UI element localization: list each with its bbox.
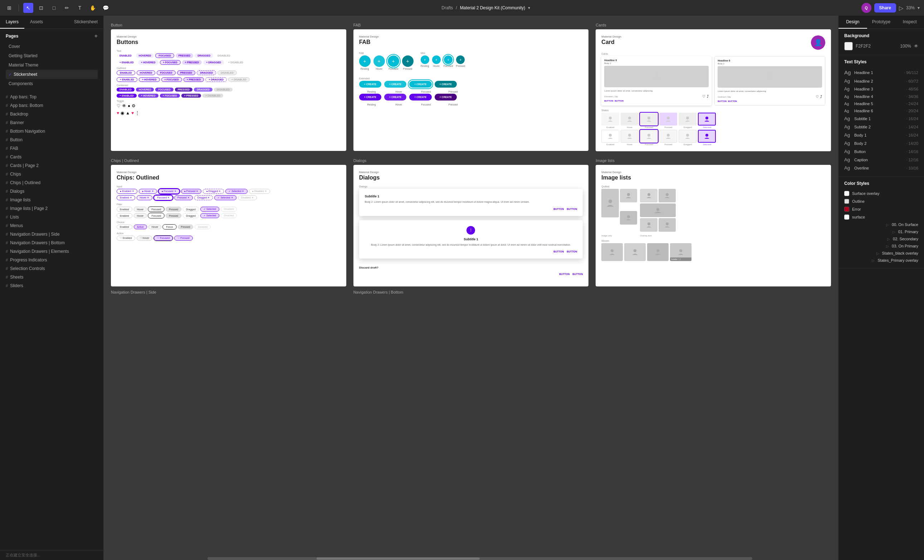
layer-image-lists-page2[interactable]: #Image lists | Page 2 [0,204,104,213]
chip-filter-pre2[interactable]: Pressed [166,213,182,218]
toggle-settings[interactable]: ⚙ [132,103,136,108]
bg-color-swatch[interactable] [844,42,853,51]
chip-filter-foc2[interactable]: Focused [148,213,164,218]
chip-filter-hov2[interactable]: Hover [134,213,147,218]
page-item-material-theme[interactable]: Material Theme [6,60,98,70]
chip-input-hover[interactable]: ● Hover ✕ [139,189,157,194]
page-item-getting-started[interactable]: Getting Started [6,51,98,60]
hand-tool[interactable]: ✋ [88,3,98,13]
layer-selection-controls[interactable]: #Selection Controls [0,264,104,273]
card-share-icon-2[interactable]: ⤴ [820,95,822,99]
ts-overline[interactable]: Ag Overline · 10/16 [844,164,918,172]
h-scrollbar-track[interactable] [207,557,752,560]
btn-hovered[interactable]: HOVERED [136,53,154,58]
chip-input-foc2[interactable]: Focused ✕ [154,195,173,200]
btn-out-icon-pre[interactable]: + PRESSED [183,77,204,82]
chip-filter-dis2[interactable]: Disabled [221,213,237,218]
chip-action-pressed[interactable]: ♡ Pressed [174,236,193,241]
chip-choice-enabled[interactable]: Enabled [117,225,132,229]
layer-sheets[interactable]: #Sheets [0,273,104,281]
frame-chips[interactable]: Material Design Chips: Outlined Input ● … [111,165,346,286]
breadcrumb-drafts[interactable]: Drafts [441,5,453,10]
ext-fab-teal-create3[interactable]: + CREATE [409,81,431,88]
card-fav-icon-2[interactable]: ♡ [816,95,819,99]
dialog-1-btn2[interactable]: BUTTON [567,208,577,210]
chip-filter-pressed[interactable]: Pressed [166,207,182,212]
dialog-2-btn1[interactable]: BUTTON [554,250,564,253]
dialog-1-btn1[interactable]: BUTTON [554,208,564,210]
zoom-dropdown[interactable]: ▾ [918,5,920,10]
right-tab-inspect[interactable]: Inspect [896,16,924,28]
chip-choice-disabled[interactable]: Disabled [195,225,211,229]
fab-pressed[interactable]: + [402,55,414,67]
ext-fab-teal-create4[interactable]: + CREATE [435,81,457,88]
layer-cards-page2[interactable]: #Cards | Page 2 [0,161,104,170]
ts-subtitle1[interactable]: Ag Subtitle 1 · 16/24 [844,114,918,123]
mini-pressed[interactable]: + [456,55,465,64]
btn-con-focused[interactable]: FOCUSED [155,88,173,91]
ts-body1[interactable]: Ag Body 1 · 16/24 [844,131,918,139]
add-page-button[interactable]: + [94,33,98,39]
layer-nav-drawers-bottom[interactable]: #Navigation Drawers | Bottom [0,238,104,247]
comment-tool[interactable]: 💬 [100,3,111,13]
ts-headline6[interactable]: Ag Headline 6 · 20/24 [844,107,918,114]
mini-resting[interactable]: + [421,55,429,64]
chip-input-hov2[interactable]: Hover ✕ [136,195,153,200]
page-item-stickersheet[interactable]: ✓ Stickersheet [6,70,98,79]
btn-out-pressed[interactable]: PRESSED [177,70,195,75]
dialog-discard-btn1[interactable]: BUTTON [559,273,570,276]
chip-choice-active[interactable]: Active [134,225,147,229]
layer-chips[interactable]: #Chips [0,170,104,178]
chip-action-focused[interactable]: ♡ Focused [154,236,173,241]
right-tab-design[interactable]: Design [838,16,867,28]
ts-headline4[interactable]: Ag Headline 4 · 34/36 [844,93,918,100]
chip-choice-focused[interactable]: Focus [163,225,176,229]
btn-out-dragged[interactable]: DRAGGED [197,70,216,75]
toggle-fav[interactable]: ♥ [131,111,134,115]
btn-out-disabled[interactable]: DISABLED [218,70,237,75]
btn-icon-focused[interactable]: + FOCUSED [160,60,181,65]
fab-focused[interactable]: + [388,55,399,67]
btn-disabled[interactable]: DISABLED [214,53,233,58]
frame-cards[interactable]: Material Design Card 👤 Cards Headline 6 … [596,29,831,151]
chip-filter-dragged[interactable]: Dragged [183,207,199,212]
btn-icon-pressed[interactable]: + PRESSED [182,60,202,65]
chip-filter-focused[interactable]: Focused [148,207,164,212]
chip-filter-en2[interactable]: Enabled [117,213,132,218]
layer-cards[interactable]: #Cards [0,153,104,161]
layer-button[interactable]: #Button [0,136,104,144]
cs-error[interactable]: Error [844,205,918,213]
toggle-dot[interactable]: ● [128,103,130,108]
cs-states-black[interactable]: ▷ States_black overlay [844,250,918,257]
pen-tool[interactable]: ✏ [62,3,72,13]
layer-nav-drawers-elements[interactable]: #Navigation Drawers | Elements [0,247,104,256]
chip-input-drag2[interactable]: Dragged ✕ [194,195,213,200]
frame-button[interactable]: Material Design Buttons Text ENABLED HOV… [111,29,346,151]
btn-out-icon-dis[interactable]: + DISABLED [228,77,250,82]
layer-banner[interactable]: #Banner [0,118,104,127]
fab-resting[interactable]: + [359,55,370,67]
chip-filter-sel2[interactable]: ✓ Selected [200,213,219,218]
btn-out-focused[interactable]: FOCUSED [157,70,175,75]
ts-headline1[interactable]: Ag Headline 1 · 96/112 [844,68,918,77]
toggle-more[interactable]: ⋮ [135,111,140,115]
btn-pressed[interactable]: PRESSED [176,53,193,58]
frame-tool[interactable]: ⊡ [36,3,46,13]
chip-choice-pressed[interactable]: Pressed [178,225,194,229]
chip-input-disabled[interactable]: ● Disabled ✕ [249,189,270,194]
chip-filter-disabled[interactable]: Disabled [221,207,237,212]
select-tool[interactable]: ↖ [23,3,33,13]
toggle-eye[interactable]: 👁 [122,103,126,108]
btn-con-icon-foc[interactable]: + FOCUSED [160,94,180,97]
frame-fab[interactable]: Material Design FAB FAB + Resting [353,29,589,151]
btn-icon-disabled[interactable]: + DISABLED [225,60,246,65]
chip-input-focused[interactable]: ● Focused ✕ [159,189,180,194]
btn-out-hovered[interactable]: HOVERED [136,70,156,75]
btn-con-disabled[interactable]: DISABLED [214,88,232,91]
ts-headline5[interactable]: Ag Headline 5 · 24/24 [844,100,918,107]
zoom-level[interactable]: 33% [906,5,915,10]
btn-con-icon-dis[interactable]: + DISABLED [202,94,223,97]
chip-input-pre2[interactable]: Pressed ✕ [174,195,193,200]
cs-primary[interactable]: ▷ 01. Primary [844,228,918,235]
layer-app-bars-top[interactable]: #App bars: Top [0,93,104,101]
